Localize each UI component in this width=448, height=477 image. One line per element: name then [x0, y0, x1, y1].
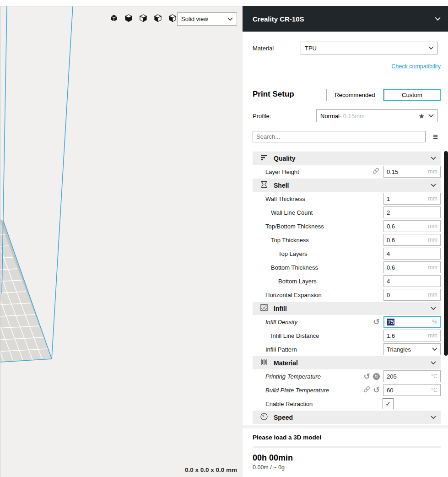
setting-row: Infill Density ↺ 75 %: [253, 315, 441, 329]
link-icon: [363, 385, 371, 395]
3d-viewport[interactable]: Solid view 0.0 x 0.0 x 0.0 mm: [0, 6, 243, 477]
infill-density-field[interactable]: 75 %: [383, 316, 441, 328]
custom-mode-button[interactable]: Custom: [383, 89, 441, 101]
view-3d-button[interactable]: [109, 13, 119, 23]
material-usage-estimate: 0.00m / ~ 0g: [253, 464, 285, 471]
settings-menu-icon[interactable]: ≡: [433, 132, 438, 141]
wall-thickness-field[interactable]: 1 mm: [383, 193, 441, 205]
function-icon[interactable]: fx: [373, 373, 380, 380]
setting-row: Bottom Thickness 0.6 mm: [253, 260, 441, 274]
view-mode-dropdown[interactable]: Solid view: [177, 12, 237, 26]
build-plate-temperature-field[interactable]: 60 °C: [383, 384, 441, 396]
layer-height-field[interactable]: 0.15 mm: [383, 166, 441, 178]
chevron-down-icon: [432, 347, 437, 351]
chevron-down-icon: [435, 17, 441, 21]
divider: [243, 79, 448, 79]
printing-temperature-field[interactable]: 205 °C: [383, 370, 441, 382]
profile-suffix: - 0.15mm: [340, 113, 365, 119]
setting-row: Printing Temperature ↺ fx 205 °C: [253, 369, 441, 383]
material-value: TPU: [305, 45, 428, 52]
view-front-button[interactable]: [124, 13, 134, 23]
sidebar: Creality CR-10S Material TPU Check compa…: [243, 0, 448, 477]
section-header-quality[interactable]: Quality: [253, 152, 441, 165]
enable-retraction-checkbox[interactable]: ✓: [383, 398, 394, 409]
setting-row: Build Plate Temperature ↺ 60 °C: [253, 383, 441, 397]
material-dropdown[interactable]: TPU: [301, 42, 438, 54]
infill-icon: [260, 304, 268, 314]
material-label: Material: [253, 45, 301, 52]
section-header-speed[interactable]: Speed: [253, 411, 441, 424]
view-mode-value: Solid view: [181, 16, 227, 22]
link-icon: [372, 167, 380, 177]
top-thickness-field[interactable]: 0.6 mm: [383, 234, 441, 246]
print-time-estimate: 00h 00min: [253, 453, 293, 463]
view-left-button[interactable]: [153, 13, 163, 23]
setting-row: Horizontal Expansion 0 mm: [253, 288, 441, 302]
setting-row: Enable Retraction ✓: [253, 397, 441, 411]
profile-row: Profile: Normal - 0.15mm ★: [253, 109, 438, 122]
setting-row: Top Layers 4: [253, 247, 441, 260]
print-setup-title: Print Setup: [253, 90, 294, 99]
infill-line-distance-field[interactable]: 1.6 mm: [383, 330, 441, 341]
horizontal-expansion-field[interactable]: 0 mm: [383, 289, 441, 301]
bottom-thickness-field[interactable]: 0.6 mm: [383, 261, 441, 273]
view-top-button[interactable]: [138, 13, 148, 23]
camera-view-toolbar: [109, 13, 178, 23]
divider: [243, 425, 448, 428]
reset-icon[interactable]: ↺: [373, 318, 380, 326]
chevron-down-icon: [227, 17, 233, 21]
machine-name: Creality CR-10S: [253, 15, 435, 23]
check-compatibility-link[interactable]: Check compatibility: [391, 63, 441, 70]
machine-selector[interactable]: Creality CR-10S: [243, 6, 448, 32]
build-plate-scene: [0, 6, 243, 477]
setting-row: Bottom Layers 4: [253, 274, 441, 288]
model-dimensions-label: 0.0 x 0.0 x 0.0 mm: [185, 466, 237, 473]
section-header-shell[interactable]: Shell: [253, 179, 441, 192]
infill-pattern-dropdown[interactable]: Triangles: [383, 343, 441, 355]
chevron-down-icon: [428, 46, 434, 50]
setup-mode-switch: Recommended Custom: [326, 89, 441, 101]
reset-icon[interactable]: ↺: [373, 386, 380, 394]
divider: [253, 446, 441, 448]
chevron-down-icon: [431, 307, 436, 310]
setting-row: Wall Thickness 1 mm: [253, 192, 441, 206]
setting-row: Infill Line Distance 1.6 mm: [253, 329, 441, 342]
material-icon: [260, 358, 268, 368]
shell-icon: [260, 180, 268, 190]
top-layers-field[interactable]: 4: [383, 248, 441, 260]
search-input[interactable]: [253, 131, 426, 142]
check-icon: ✓: [385, 400, 391, 407]
view-right-button[interactable]: [167, 13, 178, 23]
chevron-down-icon: [428, 114, 434, 118]
chevron-down-icon: [431, 416, 436, 419]
status-message: Please load a 3D model: [253, 434, 321, 441]
settings-list: Quality Layer Height 0.15 mm Shell Wall …: [253, 152, 441, 424]
wall-line-count-field[interactable]: 2: [383, 206, 441, 218]
speed-icon: [260, 412, 268, 423]
setting-row: Infill Pattern Triangles: [253, 342, 441, 356]
bottom-layers-field[interactable]: 4: [383, 275, 441, 287]
chevron-down-icon: [431, 157, 436, 160]
profile-label: Profile:: [253, 113, 316, 119]
chevron-down-icon: [431, 184, 436, 187]
top-bottom-thickness-field[interactable]: 0.6 mm: [383, 220, 441, 232]
profile-dropdown[interactable]: Normal - 0.15mm ★: [316, 109, 438, 122]
section-header-material[interactable]: Material: [253, 356, 441, 369]
setting-row: Top Thickness 0.6 mm: [253, 233, 441, 247]
recommended-mode-button[interactable]: Recommended: [326, 89, 383, 101]
profile-value: Normal: [320, 113, 340, 119]
quality-icon: [260, 153, 268, 163]
setting-row: Wall Line Count 2: [253, 206, 441, 219]
reset-icon[interactable]: ↺: [364, 373, 370, 380]
star-icon: ★: [419, 113, 425, 119]
selected-text: 75: [387, 319, 394, 325]
material-row: Material TPU: [253, 42, 438, 54]
section-header-infill[interactable]: Infill: [253, 302, 441, 315]
settings-scrollbar[interactable]: [444, 151, 448, 356]
search-row: ≡: [253, 131, 438, 142]
setting-row: Layer Height 0.15 mm: [253, 165, 441, 179]
chevron-down-icon: [431, 361, 436, 365]
setting-row: Top/Bottom Thickness 0.6 mm: [253, 219, 441, 233]
